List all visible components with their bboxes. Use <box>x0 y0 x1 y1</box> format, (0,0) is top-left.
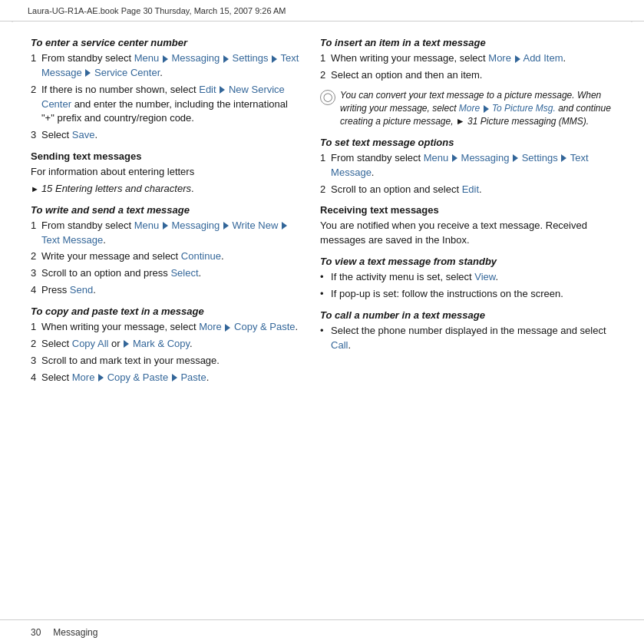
section-set-options-title: To set text message options <box>320 137 621 148</box>
page-number: 30 <box>31 627 41 638</box>
call-number-bullets: • Select the phone number displayed in t… <box>320 324 621 353</box>
set-options-steps: 1 From standby select Menu Messaging Set… <box>320 151 621 197</box>
section-call-number: To call a number in a text message • Sel… <box>320 309 621 353</box>
left-column: To enter a service center number 1 From … <box>31 37 314 604</box>
right-column: To insert an item in a text message 1 Wh… <box>314 37 621 604</box>
write-step-2: 2 Write your message and select Continue… <box>31 249 302 264</box>
copy-step-2: 2 Select Copy All or Mark & Copy. <box>31 337 302 352</box>
section-sending-title: Sending text messages <box>31 150 302 162</box>
section-receiving-title: Receiving text messages <box>320 204 621 216</box>
section-receiving: Receiving text messages You are notified… <box>320 204 621 248</box>
section-insert-item-title: To insert an item in a text message <box>320 37 621 48</box>
call-bullet-1: • Select the phone number displayed in t… <box>320 324 621 353</box>
insert-step-2: 2 Select an option and then an item. <box>320 68 621 83</box>
bottom-bar: 30 Messaging <box>0 619 644 644</box>
copy-step-1: 1 When writing your message, select More… <box>31 320 302 335</box>
view-standby-bullets: • If the activity menu is set, select Vi… <box>320 270 621 302</box>
step-1: 1 From standby select Menu Messaging Set… <box>31 51 302 81</box>
copy-paste-steps: 1 When writing your message, select More… <box>31 320 302 385</box>
section-view-standby-title: To view a text message from standby <box>320 256 621 267</box>
write-step-4: 4 Press Send. <box>31 283 302 298</box>
top-bar-text: Laura-UG-R1A-AE.book Page 30 Thursday, M… <box>28 6 286 15</box>
note-box: ◯ You can convert your text message to a… <box>320 89 621 129</box>
write-step-1: 1 From standby select Menu Messaging Wri… <box>31 219 302 248</box>
write-step-3: 3 Scroll to an option and press Select. <box>31 266 302 281</box>
receiving-desc: You are notified when you receive a text… <box>320 219 621 248</box>
service-center-steps: 1 From standby select Menu Messaging Set… <box>31 51 302 143</box>
note-icon: ◯ <box>320 90 335 105</box>
section-label: Messaging <box>53 627 97 638</box>
step-2: 2 If there is no number shown, select Ed… <box>31 83 302 127</box>
section-service-center: To enter a service center number 1 From … <box>31 37 302 143</box>
section-call-number-title: To call a number in a text message <box>320 309 621 321</box>
step-3: 3 Select Save. <box>31 128 302 143</box>
options-step-2: 2 Scroll to an option and select Edit. <box>320 183 621 197</box>
copy-step-4: 4 Select More Copy & Paste Paste. <box>31 371 302 385</box>
ref-entering-letters: ► 15 Entering letters and characters. <box>31 182 302 197</box>
section-copy-paste-title: To copy and paste text in a message <box>31 305 302 317</box>
note-text: You can convert your text message to a p… <box>340 89 621 129</box>
insert-item-steps: 1 When writing your message, select More… <box>320 51 621 83</box>
section-copy-paste: To copy and paste text in a message 1 Wh… <box>31 305 302 385</box>
section-view-standby: To view a text message from standby • If… <box>320 256 621 302</box>
insert-step-1: 1 When writing your message, select More… <box>320 51 621 66</box>
section-write-send-title: To write and send a text message <box>31 204 302 216</box>
section-sending: Sending text messages For information ab… <box>31 150 302 197</box>
section-set-options: To set text message options 1 From stand… <box>320 137 621 197</box>
copy-step-3: 3 Scroll to and mark text in your messag… <box>31 354 302 368</box>
view-bullet-1: • If the activity menu is set, select Vi… <box>320 270 621 285</box>
write-send-steps: 1 From standby select Menu Messaging Wri… <box>31 219 302 298</box>
section-write-send: To write and send a text message 1 From … <box>31 204 302 298</box>
top-bar: Laura-UG-R1A-AE.book Page 30 Thursday, M… <box>0 0 644 21</box>
section-insert-item: To insert an item in a text message 1 Wh… <box>320 37 621 83</box>
options-step-1: 1 From standby select Menu Messaging Set… <box>320 151 621 180</box>
view-bullet-2: • If pop-up is set: follow the instructi… <box>320 287 621 302</box>
section-service-center-title: To enter a service center number <box>31 37 302 48</box>
content-area: To enter a service center number 1 From … <box>0 21 644 619</box>
